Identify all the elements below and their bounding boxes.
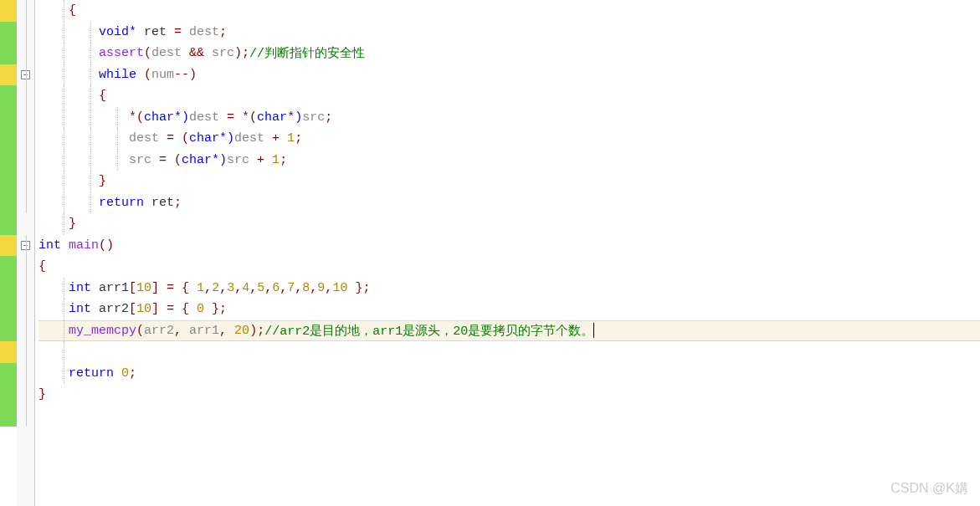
code-editor[interactable]: { void* ret = dest; assert(dest && src);… bbox=[0, 0, 980, 506]
code-line[interactable]: } bbox=[38, 171, 980, 192]
change-marker bbox=[0, 43, 17, 64]
fold-guide bbox=[17, 171, 34, 192]
fold-gutter[interactable] bbox=[17, 0, 35, 506]
code-line[interactable]: src = (char*)src + 1; bbox=[38, 150, 980, 171]
fold-guide bbox=[17, 299, 34, 320]
change-marker bbox=[0, 150, 17, 171]
change-marker bbox=[0, 341, 17, 363]
change-marker bbox=[0, 278, 17, 299]
code-line[interactable]: dest = (char*)dest + 1; bbox=[38, 128, 980, 150]
fold-guide bbox=[17, 85, 34, 107]
change-marker bbox=[0, 235, 17, 257]
fold-toggle[interactable] bbox=[17, 64, 34, 86]
change-marker bbox=[0, 320, 17, 342]
change-marker bbox=[0, 192, 17, 214]
code-line[interactable]: } bbox=[38, 213, 980, 235]
code-line[interactable]: return 0; bbox=[38, 363, 980, 385]
code-line[interactable]: { bbox=[38, 256, 980, 278]
code-line[interactable]: int arr1[10] = { 1,2,3,4,5,6,7,8,9,10 }; bbox=[38, 278, 980, 299]
change-marker bbox=[0, 107, 17, 129]
change-marker bbox=[0, 299, 17, 320]
change-marker bbox=[0, 64, 17, 86]
fold-guide bbox=[17, 278, 34, 299]
change-marker bbox=[0, 256, 17, 278]
fold-guide bbox=[17, 22, 34, 43]
code-area[interactable]: { void* ret = dest; assert(dest && src);… bbox=[35, 0, 980, 506]
change-marker bbox=[0, 406, 17, 427]
change-marker bbox=[0, 213, 17, 235]
change-marker bbox=[0, 85, 17, 107]
code-line[interactable] bbox=[38, 341, 980, 363]
fold-guide bbox=[17, 107, 34, 129]
fold-guide bbox=[17, 0, 34, 22]
fold-guide bbox=[17, 128, 34, 150]
code-line[interactable]: *(char*)dest = *(char*)src; bbox=[38, 107, 980, 129]
fold-guide bbox=[17, 406, 34, 427]
code-line[interactable]: while (num--) bbox=[38, 64, 980, 86]
code-line[interactable]: int main() bbox=[38, 235, 980, 257]
fold-guide bbox=[17, 43, 34, 64]
code-line[interactable]: return ret; bbox=[38, 192, 980, 214]
change-marker bbox=[0, 128, 17, 150]
change-marker bbox=[0, 171, 17, 192]
code-line[interactable]: { bbox=[38, 0, 980, 22]
fold-guide bbox=[17, 341, 34, 363]
change-margin bbox=[0, 0, 17, 506]
fold-guide bbox=[17, 213, 34, 235]
code-line-active[interactable]: my_memcpy(arr2, arr1, 20);//arr2是目的地，arr… bbox=[38, 320, 980, 342]
code-line[interactable]: void* ret = dest; bbox=[38, 22, 980, 43]
fold-guide bbox=[17, 320, 34, 342]
code-line[interactable]: int arr2[10] = { 0 }; bbox=[38, 299, 980, 320]
fold-guide bbox=[17, 192, 34, 214]
fold-guide bbox=[17, 363, 34, 385]
fold-guide bbox=[17, 150, 34, 171]
change-marker bbox=[0, 22, 17, 43]
change-marker bbox=[0, 0, 17, 22]
change-marker bbox=[0, 363, 17, 385]
fold-guide bbox=[17, 256, 34, 278]
change-marker bbox=[0, 384, 17, 406]
fold-toggle[interactable] bbox=[17, 235, 34, 257]
text-cursor bbox=[593, 323, 594, 338]
code-line[interactable]: assert(dest && src);//判断指针的安全性 bbox=[38, 43, 980, 64]
fold-guide bbox=[17, 384, 34, 406]
code-line[interactable]: { bbox=[38, 85, 980, 107]
watermark: CSDN @K媾 bbox=[890, 480, 968, 498]
code-line[interactable]: } bbox=[38, 384, 980, 406]
